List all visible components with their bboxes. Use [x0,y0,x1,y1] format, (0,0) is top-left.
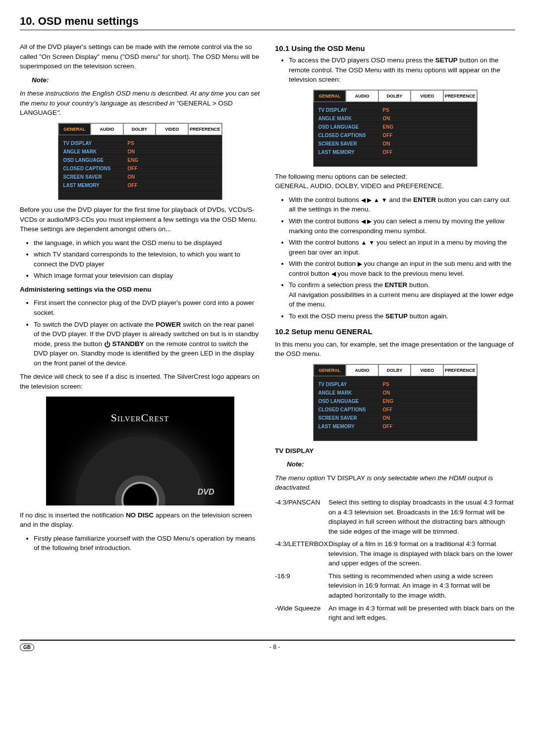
definition-table: -4:3/PANSCAN Select this setting to disp… [275,498,515,623]
section-heading: 10.2 Setup menu GENERAL [275,327,515,336]
arrow-right-icon: ▶ [367,197,372,203]
list-item: First insert the connector plug of the D… [34,298,260,317]
arrow-left-icon: ◀ [361,197,366,203]
device-check-text: The device will check to see if a disc i… [20,372,260,391]
definition-row: -4:3/PANSCAN Select this setting to disp… [275,498,515,536]
arrow-up-icon: ▲ [361,239,367,246]
note-label: Note: [20,75,260,85]
tv-display-heading: TV DISPLAY [275,446,515,456]
no-disc-text: If no disc is inserted the notification … [20,510,260,530]
list-item: To switch the DVD player on activate the… [34,320,260,368]
right-column: 10.1 Using the OSD Menu To access the DV… [275,38,515,626]
osd-menu-figure: GENERAL AUDIO DOLBY VIDEO PREFERENCE TV … [313,364,478,441]
list-item: which TV standard corresponds to the tel… [34,250,260,269]
disc-icon [76,436,205,505]
osd-menu-figure: GENERAL AUDIO DOLBY VIDEO PREFERENCE TV … [58,123,222,200]
arrow-down-icon: ▼ [369,239,374,246]
arrow-down-icon: ▼ [381,197,387,203]
list-item: To access the DVD players OSD menu press… [289,55,515,85]
arrow-right-icon: ▶ [358,260,362,267]
silvercrest-splash: SilverCrest DVD [46,397,234,505]
osd-tabs: GENERAL AUDIO DOLBY VIDEO PREFERENCE [58,123,222,135]
list-item: Which image format your television can d… [34,271,260,281]
arrow-up-icon: ▲ [374,197,379,203]
page-number: - 8 - [269,644,280,651]
list-item: With the control button ▶ you change an … [289,259,515,278]
osd-tab-audio: AUDIO [91,123,123,135]
definition-row: -16:9 This setting is recommended when u… [275,571,515,601]
page-footer: GB - 8 - [20,640,515,651]
before-first-time: Before you use the DVD player for the fi… [20,205,260,234]
list-item: To exit the OSD menu press the SETUP but… [289,311,515,321]
osd-tab-dolby: DOLBY [123,123,156,135]
definition-row: -Wide Squeeze An image in 4:3 format wil… [275,604,515,623]
power-icon: ⏻ [104,341,110,348]
arrow-left-icon: ◀ [361,218,366,225]
setup-list: the language, in which you want the OSD … [20,238,260,281]
definition-row: -4:3/LETTERBOX Display of a film in 16:9… [275,539,515,568]
silvercrest-logo: SilverCrest [111,411,169,424]
intro-text: All of the DVD player's settings can be … [20,42,260,71]
dvd-logo: DVD [198,488,214,497]
page-heading: 10. OSD menu settings [20,15,515,30]
list-item: the language, in which you want the OSD … [34,238,260,248]
list-item: With the control buttons ◀ ▶ you can sel… [289,216,515,236]
osd-tab-preference: PREFERENCE [188,123,222,135]
list-item: With the control buttons ◀ ▶ ▲ ▼ and the… [289,195,515,214]
section-heading: 10.1 Using the OSD Menu [275,44,515,52]
arrow-left-icon: ◀ [331,270,336,277]
list-item: To confirm a selection press the ENTER b… [289,280,515,309]
section-text: In this menu you can, for example, set t… [275,340,515,359]
list-item: With the control buttons ▲ ▼ you select … [289,238,515,257]
admin-heading: Administering settings via the OSD menu [20,285,260,295]
following-options: The following menu options can be select… [275,172,515,191]
osd-tab-video: VIDEO [156,123,188,135]
gb-badge: GB [20,644,34,651]
left-column: All of the DVD player's settings can be … [20,38,260,626]
note-text: In these instructions the English OSD me… [20,89,260,118]
note-label: Note: [275,459,515,469]
list-item: Firstly please familiarize yourself with… [34,534,260,553]
osd-menu-figure: GENERAL AUDIO DOLBY VIDEO PREFERENCE TV … [313,90,478,167]
note-text: The menu option TV DISPLAY is only selec… [275,473,515,493]
arrow-right-icon: ▶ [367,218,372,225]
osd-tab-general: GENERAL [58,123,91,135]
